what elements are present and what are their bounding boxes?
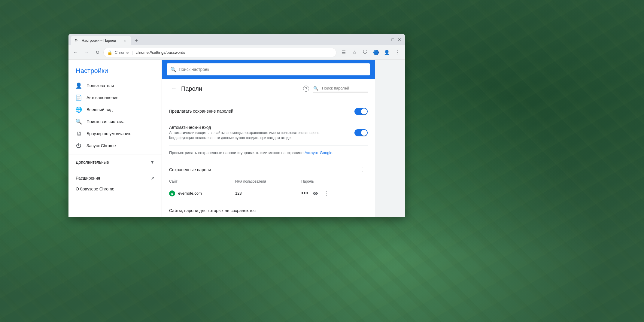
google-link-end: . (333, 150, 334, 155)
autofill-icon: 📄 (76, 95, 82, 101)
offer-save-toggle[interactable] (354, 108, 368, 115)
browser-window: ⚙ Настройки – Пароли × + — □ ✕ ← → ↻ 🔒 C… (68, 34, 405, 217)
saved-passwords-more-button[interactable]: ⋮ (358, 165, 368, 175)
sidebar-item-appearance[interactable]: 🌐 Внешний вид (68, 104, 157, 116)
sidebar-divider (68, 154, 162, 154)
table-row: E evernote.com 123 ••• (169, 186, 368, 201)
minimize-button[interactable]: — (384, 37, 388, 42)
help-button[interactable]: ? (301, 84, 311, 93)
extension2-icon[interactable]: 🔵 (371, 48, 381, 57)
offer-save-label: Предлагать сохранение паролей (169, 109, 354, 114)
maximize-button[interactable]: □ (392, 37, 394, 42)
password-search-icon: 🔍 (313, 86, 318, 91)
passwords-content: ← Пароли ? 🔍 Предлагать сохранение парол… (162, 79, 375, 217)
settings-search-container: 🔍 (162, 60, 375, 79)
sidebar-label-startup: Запуск Chrome (87, 143, 116, 148)
saved-passwords-title: Сохраненные пароли (169, 167, 358, 172)
passwords-table-header: Сайт Имя пользователя Пароль (169, 177, 368, 186)
settings-search-bar[interactable]: 🔍 (167, 63, 370, 75)
password-actions: ⋮ (311, 189, 330, 198)
google-link-prefix: Просматривать сохраненные пароли и управ… (169, 150, 305, 155)
auto-signin-text: Автоматический вход Автоматически входит… (169, 125, 354, 141)
sidebar-additional[interactable]: Дополнительные ▼ (68, 157, 162, 168)
more-options-icon[interactable]: ⋮ (393, 48, 402, 57)
col-password: Пароль (301, 179, 368, 184)
sidebar-divider-2 (68, 170, 162, 170)
user-icon: 👤 (76, 83, 82, 89)
about-label: О браузере Chrome (76, 187, 114, 191)
back-nav-button[interactable]: ← (71, 48, 80, 57)
window-controls: — □ ✕ (384, 37, 401, 42)
external-link-icon: ↗ (151, 176, 154, 181)
show-password-button[interactable] (311, 189, 320, 198)
toolbar-icons: ☰ ☆ 🛡 🔵 👤 ⋮ (339, 48, 402, 57)
site-cell: E evernote.com (169, 190, 235, 196)
tab-favicon: ⚙ (74, 38, 79, 43)
toggle-thumb (361, 108, 367, 114)
google-account-link[interactable]: Аккаунт Google (305, 150, 333, 155)
sidebar-item-users[interactable]: 👤 Пользователи (68, 80, 157, 92)
tab-title: Настройки – Пароли (82, 38, 120, 43)
expand-icon: ▼ (150, 160, 154, 165)
close-button[interactable]: ✕ (398, 37, 401, 42)
secure-icon: 🔒 (107, 50, 112, 55)
evernote-icon: E (170, 191, 174, 196)
svg-text:E: E (171, 192, 173, 195)
menu-icon[interactable]: ☰ (339, 48, 348, 57)
password-search-wrapper: 🔍 (313, 85, 368, 93)
extensions-label: Расширения (76, 176, 100, 181)
site-name: evernote.com (178, 191, 202, 196)
never-saved-empty-text: Здесь появятся сайты, которые никогда не… (169, 217, 368, 217)
sidebar-item-about[interactable]: О браузере Chrome (68, 184, 162, 194)
address-bar[interactable]: 🔒 Chrome | chrome://settings/passwords (103, 48, 336, 57)
password-search-input[interactable] (320, 85, 368, 92)
password-dots: ••• (301, 190, 309, 196)
offer-save-setting: Предлагать сохранение паролей (169, 103, 368, 120)
auto-signin-setting: Автоматический вход Автоматически входит… (169, 120, 368, 146)
active-tab[interactable]: ⚙ Настройки – Пароли × (71, 36, 131, 45)
address-url: chrome://settings/passwords (136, 50, 185, 55)
sidebar: Настройки 👤 Пользователи 📄 Автозаполнени… (68, 60, 162, 217)
reload-button[interactable]: ↻ (93, 48, 102, 57)
settings-search-input[interactable] (179, 67, 366, 72)
default-browser-icon: 🖥 (76, 131, 82, 137)
sidebar-item-search[interactable]: 🔍 Поисковая система (68, 116, 157, 128)
auto-signin-toggle[interactable] (354, 129, 368, 136)
passwords-page-title: Пароли (181, 85, 301, 92)
sidebar-title: Настройки (68, 65, 162, 80)
toggle-thumb-2 (361, 130, 367, 136)
saved-passwords-section-header: Сохраненные пароли ⋮ (169, 160, 368, 177)
password-row-more-button[interactable]: ⋮ (322, 189, 330, 198)
site-favicon: E (169, 190, 175, 196)
never-saved-title: Сайты, пароли для которых не сохраняются (169, 208, 368, 213)
sidebar-label-search: Поисковая система (87, 119, 125, 124)
sidebar-item-startup[interactable]: ⏻ Запуск Chrome (68, 140, 157, 152)
forward-nav-button[interactable]: → (82, 48, 91, 57)
sidebar-label-appearance: Внешний вид (87, 107, 113, 112)
sidebar-item-autofill[interactable]: 📄 Автозаполнение (68, 92, 157, 104)
new-tab-button[interactable]: + (132, 36, 141, 45)
navigation-bar: ← → ↻ 🔒 Chrome | chrome://settings/passw… (68, 45, 405, 60)
eye-icon (313, 191, 318, 196)
username-cell: 123 (235, 191, 301, 196)
main-panel: 🔍 ← Пароли ? 🔍 (162, 60, 375, 217)
extension1-icon[interactable]: 🛡 (360, 48, 370, 57)
offer-save-text: Предлагать сохранение паролей (169, 109, 354, 114)
col-site: Сайт (169, 179, 235, 184)
sidebar-item-extensions[interactable]: Расширения ↗ (68, 173, 162, 184)
content-area: Настройки 👤 Пользователи 📄 Автозаполнени… (68, 60, 405, 217)
sidebar-item-default-browser[interactable]: 🖥 Браузер по умолчанию (68, 128, 157, 140)
address-separator: | (132, 50, 132, 55)
passwords-back-button[interactable]: ← (169, 84, 179, 93)
never-saved-section: Сайты, пароли для которых не сохраняются… (169, 208, 368, 217)
sidebar-label-browser: Браузер по умолчанию (87, 131, 132, 136)
google-account-info: Просматривать сохраненные пароли и управ… (169, 146, 368, 160)
additional-label: Дополнительные (76, 160, 109, 165)
appearance-icon: 🌐 (76, 107, 82, 113)
title-bar: ⚙ Настройки – Пароли × + — □ ✕ (68, 34, 405, 45)
search-icon: 🔍 (170, 67, 176, 72)
tab-close-button[interactable]: × (123, 38, 127, 43)
profile-icon[interactable]: 👤 (382, 48, 392, 57)
bookmark-icon[interactable]: ☆ (350, 48, 359, 57)
auto-signin-label: Автоматический вход (169, 125, 354, 130)
